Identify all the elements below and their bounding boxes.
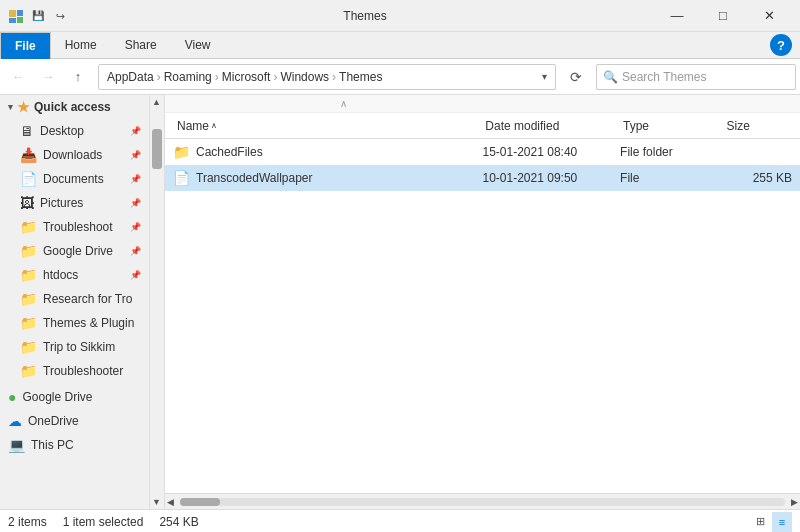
themes-plugin-icon: 📁 [20,315,37,331]
sidebar-label-this-pc: This PC [31,438,141,452]
svg-rect-1 [17,10,23,16]
scroll-right-arrow[interactable]: ▶ [789,497,800,507]
refresh-button[interactable]: ⟳ [562,63,590,91]
back-button[interactable]: ← [4,63,32,91]
table-row[interactable]: 📁 CachedFiles 15-01-2021 08:40 File fold… [165,139,800,165]
maximize-button[interactable]: □ [700,0,746,32]
scroll-left-arrow[interactable]: ◀ [165,497,176,507]
tab-view[interactable]: View [171,32,225,58]
sidebar-label-google-drive-qa: Google Drive [43,244,128,258]
scroll-track [180,498,785,506]
sidebar-item-pictures[interactable]: 🖼 Pictures 📌 [0,191,149,215]
file-name-transcodedwallpaper: 📄 TranscodedWallpaper [173,170,483,186]
google-drive-icon: ● [8,389,16,405]
this-pc-icon: 💻 [8,437,25,453]
quick-access-header[interactable]: ▾ ★ Quick access [0,95,149,119]
tab-share[interactable]: Share [111,32,171,58]
content-area: ▾ ★ Quick access 🖥 Desktop 📌 📥 Downloads… [0,95,800,509]
pin-icon-desktop: 📌 [130,126,141,136]
file-list: 📁 CachedFiles 15-01-2021 08:40 File fold… [165,139,800,493]
window-controls: — □ ✕ [654,0,792,32]
forward-button[interactable]: → [34,63,62,91]
up-button[interactable]: ↑ [64,63,92,91]
sidebar-item-google-drive-qa[interactable]: 📁 Google Drive 📌 [0,239,149,263]
file-modified-cachedfiles: 15-01-2021 08:40 [483,145,621,159]
col-header-type[interactable]: Type [619,113,723,139]
file-name-cachedfiles: 📁 CachedFiles [173,144,483,160]
file-type-cachedfiles: File folder [620,145,723,159]
tab-home[interactable]: Home [51,32,111,58]
view-grid-button[interactable]: ⊞ [750,512,770,532]
ribbon-tab-bar: File Home Share View ? [0,32,800,58]
sidebar-label-troubleshoot: Troubleshoot [43,220,128,234]
onedrive-icon: ☁ [8,413,22,429]
sort-indicator: ∧ [165,95,800,113]
search-box[interactable]: 🔍 Search Themes [596,64,796,90]
folder-icon-cachedfiles: 📁 [173,144,190,160]
status-item-count: 2 items [8,515,47,529]
save-icon[interactable]: 💾 [30,8,46,24]
sidebar-label-htdocs: htdocs [43,268,128,282]
tab-file[interactable]: File [0,32,51,59]
quick-access-label: Quick access [34,100,111,114]
window-icon [8,8,24,24]
window-title: Themes [76,9,654,23]
col-header-size[interactable]: Size [723,113,792,139]
troubleshooter-icon: 📁 [20,363,37,379]
view-list-button[interactable]: ≡ [772,512,792,532]
sidebar-scroll-down[interactable]: ▼ [150,495,163,509]
col-header-modified[interactable]: Date modified [481,113,619,139]
breadcrumb-appdata: AppData [107,70,154,84]
address-bar[interactable]: AppData › Roaming › Microsoft › Windows … [98,64,556,90]
sidebar-item-documents[interactable]: 📄 Documents 📌 [0,167,149,191]
pin-icon-googledrive: 📌 [130,246,141,256]
sidebar-item-troubleshooter[interactable]: 📁 Troubleshooter [0,359,149,383]
undo-icon[interactable]: ↩ [52,8,68,24]
documents-icon: 📄 [20,171,37,187]
navigation-bar: ← → ↑ AppData › Roaming › Microsoft › Wi… [0,59,800,95]
sidebar-scrollbar: ▲ ▼ [149,95,163,509]
svg-rect-0 [9,10,16,17]
pin-icon-documents: 📌 [130,174,141,184]
file-size-transcodedwallpaper: 255 KB [723,171,792,185]
pin-icon-pictures: 📌 [130,198,141,208]
sidebar-item-htdocs[interactable]: 📁 htdocs 📌 [0,263,149,287]
address-dropdown-icon[interactable]: ▾ [542,71,547,82]
sidebar-label-themes-plugin: Themes & Plugin [43,316,141,330]
sidebar-item-google-drive[interactable]: ● Google Drive [0,385,149,409]
status-size: 254 KB [159,515,198,529]
minimize-button[interactable]: — [654,0,700,32]
sidebar-item-this-pc[interactable]: 💻 This PC [0,433,149,457]
sidebar-item-desktop[interactable]: 🖥 Desktop 📌 [0,119,149,143]
sidebar-label-gdrive: Google Drive [22,390,141,404]
pin-icon-downloads: 📌 [130,150,141,160]
sidebar-label-documents: Documents [43,172,128,186]
desktop-icon: 🖥 [20,123,34,139]
file-modified-transcodedwallpaper: 10-01-2021 09:50 [483,171,621,185]
svg-rect-3 [17,17,23,23]
view-buttons: ⊞ ≡ [750,512,792,532]
file-icon-transcodedwallpaper: 📄 [173,170,190,186]
help-button[interactable]: ? [770,34,792,56]
quick-access-arrow: ▾ [8,102,13,112]
table-row[interactable]: 📄 TranscodedWallpaper 10-01-2021 09:50 F… [165,165,800,191]
research-icon: 📁 [20,291,37,307]
col-header-name[interactable]: Name ∧ [173,113,481,139]
sidebar-item-research[interactable]: 📁 Research for Tro [0,287,149,311]
sidebar-item-downloads[interactable]: 📥 Downloads 📌 [0,143,149,167]
sidebar-scroll-thumb[interactable] [152,129,162,169]
sidebar-item-troubleshoot[interactable]: 📁 Troubleshoot 📌 [0,215,149,239]
pictures-icon: 🖼 [20,195,34,211]
sidebar-item-onedrive[interactable]: ☁ OneDrive [0,409,149,433]
downloads-icon: 📥 [20,147,37,163]
sidebar-item-trip-sikkim[interactable]: 📁 Trip to Sikkim [0,335,149,359]
scroll-thumb[interactable] [180,498,220,506]
title-bar: 💾 ↩ Themes — □ ✕ [0,0,800,32]
sidebar-label-onedrive: OneDrive [28,414,141,428]
close-button[interactable]: ✕ [746,0,792,32]
sidebar-item-themes-plugin[interactable]: 📁 Themes & Plugin [0,311,149,335]
sidebar-scroll-track [150,109,163,495]
file-list-header: Name ∧ Date modified Type Size [165,113,800,139]
trip-icon: 📁 [20,339,37,355]
sidebar-scroll-up[interactable]: ▲ [150,95,163,109]
